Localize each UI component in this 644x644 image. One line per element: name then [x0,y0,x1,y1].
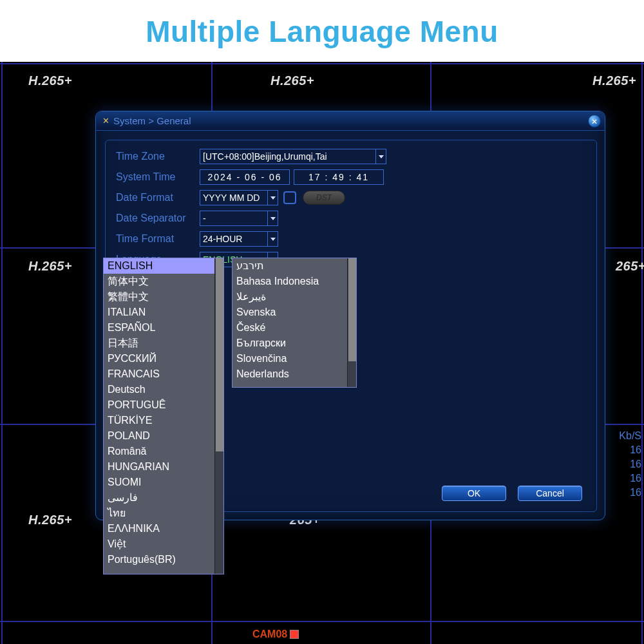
codec-badge: H.265+ [28,73,72,88]
language-option[interactable]: PORTUGUÊ [104,397,223,413]
dialog-titlebar[interactable]: ✕ System > General ✕ [96,111,605,131]
language-option[interactable]: Português(BR) [104,552,223,567]
dst-checkbox[interactable] [283,191,296,204]
scrollbar[interactable] [214,258,223,574]
timezone-select[interactable]: [UTC+08:00]Beijing,Urumqi,Tai [200,149,386,164]
language-option[interactable]: Việt [104,536,223,552]
language-option[interactable]: České [232,320,356,336]
language-option[interactable]: 繁體中文 [104,289,223,305]
language-option[interactable]: Nederlands [232,366,356,382]
date-input[interactable]: 2024 - 06 - 06 [200,169,290,185]
record-icon [290,630,299,639]
time-input[interactable]: 17 : 49 : 41 [294,169,384,185]
codec-badge: H.265+ [28,513,72,527]
timeformat-label: Time Format [116,233,200,245]
codec-badge: H.265+ [592,73,636,88]
dateseparator-label: Date Separator [116,213,200,224]
language-option[interactable]: תירבע [232,258,356,274]
dateformat-select[interactable]: YYYY MM DD [200,190,278,205]
language-option[interactable]: ENGLISH [104,258,223,274]
camera-label: CAM08 [252,629,299,640]
wrench-icon: ✕ [102,116,109,126]
language-option[interactable]: Deutsch [104,382,223,397]
page-headline: Multiple Language Menu [0,0,644,55]
language-option[interactable]: Bahasa Indonesia [232,274,356,289]
language-option[interactable]: ITALIAN [104,305,223,320]
timeformat-select[interactable]: 24-HOUR [200,231,278,247]
language-option[interactable]: Slovenčina [232,351,356,366]
language-option[interactable]: 日本語 [104,336,223,351]
codec-badge: H.265+ [28,259,72,274]
chevron-down-icon [375,149,386,164]
language-option[interactable]: Български [232,336,356,351]
scrollbar-thumb[interactable] [348,258,356,361]
language-option[interactable]: 简体中文 [104,274,223,289]
language-option[interactable]: ไทย [104,506,223,521]
scrollbar-thumb[interactable] [216,258,223,451]
dvr-background: H.265+ H.265+ H.265+ H.265+ 265+ H.265+ … [0,62,644,644]
language-dropdown-list[interactable]: ENGLISH简体中文繁體中文ITALIANESPAÑOL日本語РУССКИЙF… [103,258,224,574]
codec-badge: 265+ [616,259,644,274]
chevron-down-icon [267,211,278,225]
language-option[interactable]: ΕΛΛΗΝΙΚΑ [104,521,223,536]
language-option[interactable]: Română [104,444,223,459]
systemtime-label: System Time [116,171,200,183]
codec-badge: H.265+ [270,73,314,88]
dateformat-label: Date Format [116,192,200,204]
language-option[interactable]: FRANCAIS [104,366,223,382]
language-option[interactable]: HUNGARIAN [104,459,223,475]
breadcrumb: System > General [113,115,191,126]
language-option[interactable]: РУССКИЙ [104,351,223,366]
language-option[interactable]: SUOMI [104,475,223,490]
close-button[interactable]: ✕ [588,115,601,128]
language-option[interactable]: POLAND [104,428,223,444]
language-dropdown-list-overflow[interactable]: תירבעBahasa IndonesiaةيبرعلاSvenskaČeské… [232,258,357,388]
language-option[interactable]: ESPAÑOL [104,320,223,336]
timezone-label: Time Zone [116,151,200,162]
language-option[interactable]: فارسی [104,490,223,506]
language-option[interactable]: TÜRKİYE [104,413,223,428]
cancel-button[interactable]: Cancel [518,486,582,501]
language-option[interactable]: Svenska [232,305,356,320]
dst-button[interactable]: DST [303,191,345,205]
dateseparator-select[interactable]: - [200,211,278,226]
bitrate-stats: Kb/S 16 16 16 16 [619,429,641,500]
chevron-down-icon [267,232,278,246]
language-option[interactable]: ةيبرعلا [232,289,356,305]
ok-button[interactable]: OK [442,486,506,501]
chevron-down-icon [267,191,278,205]
scrollbar[interactable] [347,258,356,387]
